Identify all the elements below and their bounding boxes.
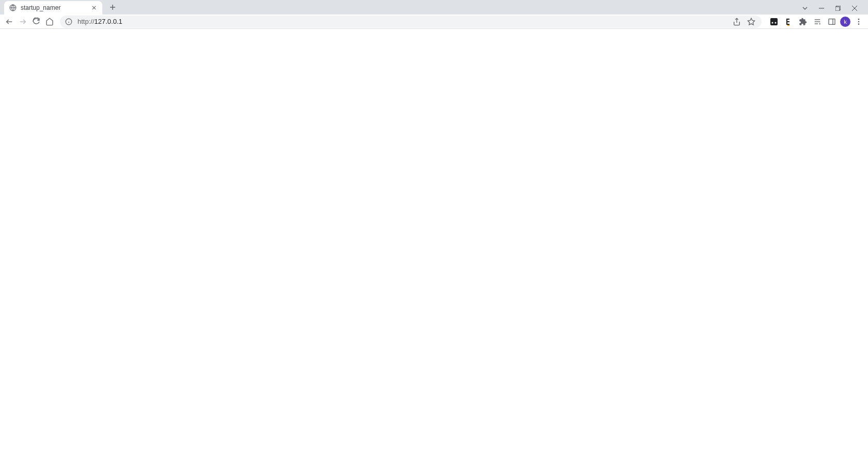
address-bar[interactable]: http://127.0.0.1 <box>60 16 762 28</box>
window-controls <box>798 2 864 14</box>
svg-point-26 <box>858 19 860 20</box>
url-scheme: http:// <box>78 18 95 25</box>
extension-icon-2[interactable] <box>782 16 795 28</box>
extension-icon-1[interactable] <box>768 16 780 28</box>
url-text: http://127.0.0.1 <box>78 18 726 25</box>
svg-point-28 <box>858 23 860 25</box>
tab-search-button[interactable] <box>798 2 812 14</box>
svg-point-18 <box>772 22 773 23</box>
tab-strip: startup_namer <box>0 0 868 14</box>
url-host: 127.0.0.1 <box>95 18 122 25</box>
forward-button[interactable] <box>17 16 29 28</box>
toolbar: http://127.0.0.1 <box>0 14 868 29</box>
svg-rect-17 <box>770 18 778 25</box>
maximize-button[interactable] <box>831 2 845 14</box>
menu-button[interactable] <box>853 16 865 28</box>
svg-rect-20 <box>787 25 789 26</box>
svg-marker-16 <box>748 18 754 25</box>
svg-point-27 <box>858 21 860 22</box>
profile-initial: k <box>844 19 847 25</box>
minimize-button[interactable] <box>814 2 829 14</box>
active-tab[interactable]: startup_namer <box>4 1 102 14</box>
close-tab-button[interactable] <box>90 4 98 12</box>
tab-title: startup_namer <box>21 4 90 11</box>
reading-list-button[interactable] <box>811 16 824 28</box>
side-panel-button[interactable] <box>826 16 838 28</box>
svg-rect-24 <box>829 19 835 24</box>
page-content <box>0 29 868 468</box>
svg-point-19 <box>775 22 777 23</box>
extensions-button[interactable] <box>797 16 809 28</box>
profile-avatar[interactable]: k <box>840 17 850 27</box>
site-info-icon[interactable] <box>65 18 72 25</box>
new-tab-button[interactable] <box>105 0 120 14</box>
reload-button[interactable] <box>30 16 42 28</box>
back-button[interactable] <box>3 16 16 28</box>
share-button[interactable] <box>732 17 742 27</box>
home-button[interactable] <box>43 16 56 28</box>
globe-icon <box>9 4 17 11</box>
svg-rect-7 <box>835 7 840 11</box>
close-window-button[interactable] <box>847 2 862 14</box>
bookmark-button[interactable] <box>746 17 756 27</box>
